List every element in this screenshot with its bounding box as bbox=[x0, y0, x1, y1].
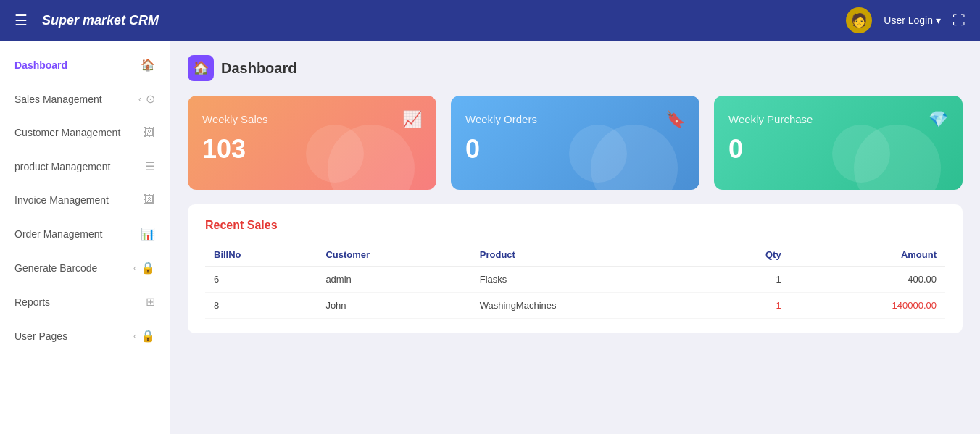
table-row: 8JohnWashingMachines1140000.00 bbox=[205, 293, 945, 319]
sidebar-item-dashboard[interactable]: Dashboard 🏠 bbox=[0, 48, 170, 82]
stat-card-weekly-purchase: 💎 Weekly Purchase 0 bbox=[714, 96, 963, 190]
col-header-billno: BillNo bbox=[205, 243, 317, 267]
col-header-product: Product bbox=[471, 243, 707, 267]
sidebar-item-label: Customer Management bbox=[14, 127, 144, 138]
stat-card-value: 0 bbox=[728, 134, 948, 164]
stat-card-title: Weekly Sales bbox=[202, 113, 422, 125]
table-header-row: BillNoCustomerProductQtyAmount bbox=[205, 243, 945, 267]
col-header-qty: Qty bbox=[707, 243, 790, 267]
sidebar-icon: ⊙ bbox=[146, 92, 155, 106]
sidebar-item-generate-barcode[interactable]: Generate Barcode ‹ 🔒 bbox=[0, 251, 170, 285]
sidebar-item-label: product Management bbox=[14, 161, 145, 172]
stat-card-value: 0 bbox=[465, 134, 685, 164]
page-title: Dashboard bbox=[221, 60, 296, 77]
stat-card-icon: 📈 bbox=[402, 110, 422, 129]
col-header-amount: Amount bbox=[790, 243, 945, 267]
main-content: 🏠 Dashboard 📈 Weekly Sales 103 🔖 Weekly … bbox=[170, 41, 980, 434]
page-title-bar: 🏠 Dashboard bbox=[188, 55, 963, 81]
sidebar-item-label: Reports bbox=[14, 296, 146, 308]
stat-card-icon: 🔖 bbox=[665, 110, 685, 129]
table-cell: 140000.00 bbox=[790, 293, 945, 319]
avatar: 🧑 bbox=[846, 7, 872, 33]
topnav-right: 🧑 User Login ▾ ⛶ bbox=[846, 7, 966, 33]
sidebar-item-label: Invoice Management bbox=[14, 194, 144, 206]
table-row: 6adminFlasks1400.00 bbox=[205, 267, 945, 293]
expand-icon[interactable]: ⛶ bbox=[952, 13, 966, 28]
sidebar-icon: ☰ bbox=[145, 159, 155, 173]
sidebar-icon: 🖼 bbox=[144, 193, 155, 206]
table-cell: 6 bbox=[205, 267, 317, 293]
table-cell: Flasks bbox=[471, 267, 707, 293]
sidebar-item-user-pages[interactable]: User Pages ‹ 🔒 bbox=[0, 319, 170, 353]
main-layout: Dashboard 🏠 Sales Management ‹ ⊙ Custome… bbox=[0, 41, 980, 434]
table-cell: 1 bbox=[707, 267, 790, 293]
recent-sales-card: Recent Sales BillNoCustomerProductQtyAmo… bbox=[188, 204, 963, 333]
stat-card-title: Weekly Purchase bbox=[728, 113, 948, 125]
sidebar-icon: ⊞ bbox=[146, 295, 155, 309]
table-cell: John bbox=[317, 293, 470, 319]
recent-sales-table: BillNoCustomerProductQtyAmount 6adminFla… bbox=[205, 243, 945, 319]
page-title-icon: 🏠 bbox=[188, 55, 214, 81]
stat-card-weekly-sales: 📈 Weekly Sales 103 bbox=[188, 96, 436, 190]
sidebar-item-label: Order Management bbox=[14, 228, 141, 240]
stat-card-icon: 💎 bbox=[929, 110, 948, 129]
menu-icon[interactable]: ☰ bbox=[14, 12, 28, 29]
table-cell: 400.00 bbox=[790, 267, 945, 293]
sidebar: Dashboard 🏠 Sales Management ‹ ⊙ Custome… bbox=[0, 41, 170, 434]
sidebar-icon: 🔒 bbox=[141, 261, 155, 275]
sidebar-item-customer-management[interactable]: Customer Management 🖼 bbox=[0, 116, 170, 149]
topnav: ☰ Super market CRM 🧑 User Login ▾ ⛶ bbox=[0, 0, 980, 41]
table-cell: 8 bbox=[205, 293, 317, 319]
stat-cards: 📈 Weekly Sales 103 🔖 Weekly Orders 0 💎 W… bbox=[188, 96, 963, 190]
stat-card-title: Weekly Orders bbox=[465, 113, 685, 125]
sidebar-item-label: User Pages bbox=[14, 330, 133, 342]
sidebar-item-product-management[interactable]: product Management ☰ bbox=[0, 149, 170, 183]
table-body: 6adminFlasks1400.008JohnWashingMachines1… bbox=[205, 267, 945, 319]
stat-card-weekly-orders: 🔖 Weekly Orders 0 bbox=[451, 96, 699, 190]
sidebar-icon: 🏠 bbox=[141, 58, 155, 72]
sidebar-item-order-management[interactable]: Order Management 📊 bbox=[0, 217, 170, 251]
sidebar-item-reports[interactable]: Reports ⊞ bbox=[0, 285, 170, 319]
sidebar-chevron: ‹ bbox=[138, 94, 141, 104]
sidebar-icon: 📊 bbox=[141, 227, 155, 241]
recent-sales-title: Recent Sales bbox=[205, 219, 945, 232]
table-cell: 1 bbox=[707, 293, 790, 319]
sidebar-chevron: ‹ bbox=[133, 331, 136, 341]
sidebar-icon: 🖼 bbox=[144, 126, 155, 139]
user-login-button[interactable]: User Login ▾ bbox=[884, 14, 941, 26]
col-header-customer: Customer bbox=[317, 243, 470, 267]
sidebar-item-label: Dashboard bbox=[14, 59, 141, 71]
sidebar-item-sales-management[interactable]: Sales Management ‹ ⊙ bbox=[0, 82, 170, 116]
table-cell: WashingMachines bbox=[471, 293, 707, 319]
sidebar-item-invoice-management[interactable]: Invoice Management 🖼 bbox=[0, 183, 170, 217]
sidebar-icon: 🔒 bbox=[141, 329, 155, 343]
table-cell: admin bbox=[317, 267, 470, 293]
sidebar-item-label: Sales Management bbox=[14, 93, 138, 105]
sidebar-chevron: ‹ bbox=[133, 263, 136, 273]
stat-card-value: 103 bbox=[202, 134, 422, 164]
app-brand: Super market CRM bbox=[42, 13, 846, 28]
sidebar-item-label: Generate Barcode bbox=[14, 262, 133, 274]
